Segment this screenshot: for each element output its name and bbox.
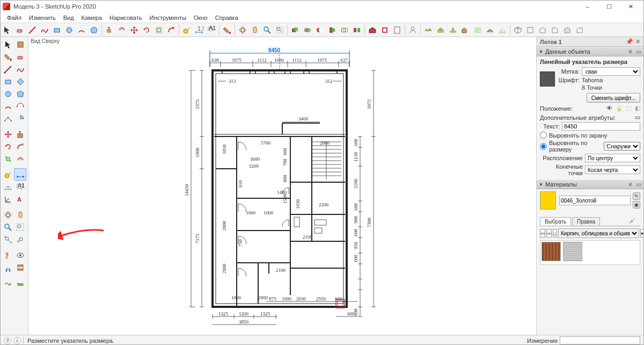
look-around-tool[interactable] [14,249,26,261]
3d-text-tool[interactable]: A [14,193,26,205]
materials-tab-pick[interactable]: Выбрать [540,217,571,226]
materials-tab-edit[interactable]: Правка [572,217,600,226]
panel-min-icon[interactable]: ▭ [636,181,641,188]
entity-material-swatch[interactable] [540,71,555,87]
materials-menu-icon[interactable]: ▾ [640,229,644,238]
layout-icon[interactable] [391,24,403,36]
current-material-swatch[interactable] [540,191,556,210]
eraser-tool[interactable] [14,51,26,63]
zoom-window-tool[interactable] [14,221,26,233]
maximize-button[interactable]: ☐ [598,1,620,12]
make-component-tool[interactable] [14,38,26,51]
info-icon[interactable]: i [13,337,21,344]
view-right-icon[interactable] [549,24,561,36]
subtract-icon[interactable] [314,24,326,36]
sandbox-7-icon[interactable] [496,24,508,36]
text-tool[interactable]: A1 [14,181,26,193]
zoom-tool-icon[interactable] [261,24,273,36]
freehand-tool[interactable] [14,63,26,75]
default-material-icon[interactable]: ◉ [633,201,640,209]
tape-tool[interactable] [2,168,14,181]
material-thumb-2[interactable] [563,242,582,261]
dimension-tool-icon[interactable]: 1.5 [193,24,205,36]
cast-toggle-icon[interactable]: ◧ [635,105,640,112]
layer-select[interactable]: сваи [582,67,640,76]
sandbox-contours-tool[interactable] [2,277,14,289]
pan-tool-icon[interactable] [249,24,261,36]
close-button[interactable]: ✕ [620,1,641,12]
sandbox-5-icon[interactable] [472,24,484,36]
align-dim-radio[interactable] [540,143,547,150]
eyedropper-icon[interactable]: 💉 [624,217,639,226]
sandbox-3-icon[interactable] [447,24,459,36]
polygon-tool-icon[interactable] [88,24,100,36]
tray-title[interactable]: Лоток 1 📌✕ [537,37,643,47]
lock-toggle-icon[interactable]: 🔒 [616,105,623,112]
attrs-expand-icon[interactable]: ▭ [635,114,640,121]
material-name-input[interactable] [559,196,631,205]
help-icon[interactable]: ? [4,337,11,344]
circle-tool-icon[interactable] [63,24,75,36]
menu-help[interactable]: Справка [212,13,241,22]
offset-tool-icon[interactable] [116,24,128,36]
view-left-icon[interactable] [574,24,586,36]
align-dim-select[interactable]: Снаружи [604,142,640,150]
tray-pin-icon[interactable]: 📌 [626,38,633,45]
minimize-button[interactable]: – [577,1,598,12]
axes-tool[interactable] [2,193,14,205]
dim-text-input[interactable] [562,122,640,131]
walk-tool[interactable] [2,261,14,274]
polygon-tool[interactable] [14,88,26,100]
tape-tool-icon[interactable] [181,24,193,36]
rectangle-tool[interactable] [2,75,14,88]
shadow-toggle-icon[interactable]: ⬚ [626,105,632,112]
rotated-rect-tool[interactable] [14,75,26,88]
pan-tool[interactable] [14,209,26,221]
menu-view[interactable]: Вид [60,13,77,22]
menu-draw[interactable]: Нарисовать [106,13,145,22]
offset-tool[interactable] [14,153,26,165]
materials-home-icon[interactable]: ⌂ [553,229,557,238]
menu-file[interactable]: Файл [4,13,25,22]
protractor-tool[interactable] [2,181,14,193]
paint-tool-icon[interactable] [221,24,233,36]
menu-edit[interactable]: Изменить [26,13,59,22]
placement-select[interactable]: По центру [585,154,640,162]
scale-tool[interactable] [2,153,14,165]
create-material-icon[interactable]: ✎ [633,192,640,200]
menu-camera[interactable]: Камера [78,13,105,22]
sandbox-scratch-tool[interactable] [14,277,26,289]
orbit-tool-icon[interactable] [237,24,248,36]
rotate-tool-icon[interactable] [141,24,152,36]
tray-close-icon[interactable]: ✕ [635,38,640,45]
person-icon[interactable] [407,24,419,36]
materials-fwd-icon[interactable]: ⇨ [546,229,552,238]
rotate-tool[interactable] [2,140,14,153]
select-tool-icon[interactable] [2,24,13,36]
menu-tools[interactable]: Инструменты [146,13,189,22]
sandbox-6-icon[interactable] [484,24,496,36]
zoom-extents-tool[interactable] [2,233,14,246]
sandbox-4-icon[interactable] [459,24,471,36]
zoom-tool[interactable] [2,221,14,233]
intersect-icon[interactable] [339,24,350,36]
panel-close-icon[interactable]: ✕ [628,48,633,55]
material-thumb-1[interactable] [541,242,561,261]
followme-tool[interactable] [14,140,26,153]
pushpull-tool-icon[interactable] [104,24,115,36]
circle-tool[interactable] [2,88,14,100]
endpoints-select[interactable]: Косая черта [585,166,640,174]
view-front-icon[interactable] [537,24,548,36]
followme-tool-icon[interactable] [165,24,177,36]
pushpull-tool[interactable] [14,128,26,140]
view-back-icon[interactable] [561,24,573,36]
move-tool[interactable] [2,128,14,140]
previous-view-tool[interactable] [14,233,26,246]
2pt-arc-tool[interactable] [14,100,26,112]
panel-min-icon[interactable]: ▭ [636,48,641,55]
split-icon[interactable] [351,24,363,36]
eraser-tool-icon[interactable] [14,24,26,36]
freehand-tool-icon[interactable] [39,24,50,36]
sandbox-1-icon[interactable] [422,24,434,36]
view-top-icon[interactable] [524,24,536,36]
